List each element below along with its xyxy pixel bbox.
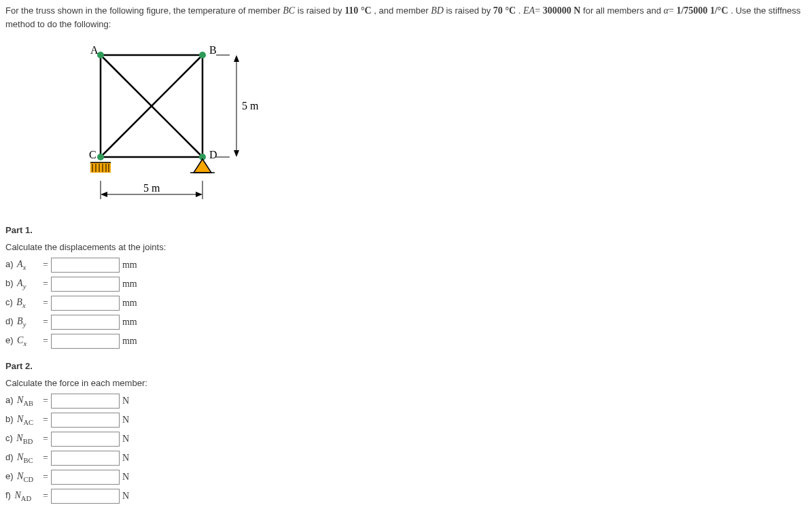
answer-input[interactable] — [51, 258, 120, 273]
dimension-horizontal: 5 m — [101, 181, 202, 199]
svg-point-7 — [199, 52, 206, 58]
answer-label: c) Bx — [5, 297, 43, 309]
answer-label: e) Cx — [5, 335, 43, 347]
answer-unit: mm — [122, 298, 137, 309]
answer-label: d) NBC — [5, 452, 43, 464]
support-d-icon — [190, 159, 215, 173]
answer-unit: N — [122, 472, 129, 483]
answer-input[interactable] — [51, 432, 120, 447]
answer-unit: mm — [122, 317, 137, 328]
answer-label: a) NAB — [5, 395, 43, 407]
member-bd: BD — [431, 5, 444, 16]
part2-title: Part 2. — [5, 361, 807, 371]
answer-input[interactable] — [51, 489, 120, 504]
answer-row: b) Ay=mm — [5, 277, 807, 292]
truss-figure: A B C D 5 m — [84, 41, 807, 211]
svg-text:5 m: 5 m — [143, 182, 160, 194]
answer-row: c) Bx=mm — [5, 296, 807, 311]
part1-instr: Calculate the displacements at the joint… — [5, 242, 807, 252]
member-bc: BC — [283, 5, 295, 16]
answer-input[interactable] — [51, 470, 120, 485]
answer-row: d) NBC=N — [5, 451, 807, 466]
answer-input[interactable] — [51, 296, 120, 311]
svg-text:B: B — [209, 44, 217, 56]
answer-unit: N — [122, 434, 129, 445]
answer-unit: N — [122, 415, 129, 426]
answer-label: c) NBD — [5, 433, 43, 445]
answer-row: e) NCD=N — [5, 470, 807, 485]
answer-row: a) Ax=mm — [5, 258, 807, 273]
answer-label: f) NAD — [5, 490, 43, 502]
answer-row: f) NAD=N — [5, 489, 807, 504]
svg-text:5 m: 5 m — [242, 100, 259, 111]
part1-title: Part 1. — [5, 225, 807, 235]
svg-point-8 — [97, 154, 104, 160]
svg-marker-27 — [234, 55, 239, 62]
svg-marker-34 — [196, 192, 202, 197]
answer-unit: N — [122, 491, 129, 502]
answer-unit: N — [122, 453, 129, 464]
dimension-vertical: 5 m — [216, 55, 259, 157]
answer-input[interactable] — [51, 334, 120, 349]
answer-input[interactable] — [51, 315, 120, 330]
svg-text:C: C — [89, 149, 96, 160]
answer-unit: mm — [122, 279, 137, 290]
answer-input[interactable] — [51, 451, 120, 466]
answer-row: d) By=mm — [5, 315, 807, 330]
svg-marker-28 — [234, 150, 239, 157]
answer-row: e) Cx=mm — [5, 334, 807, 349]
answer-label: e) NCD — [5, 471, 43, 483]
answer-row: c) NBD=N — [5, 432, 807, 447]
answer-row: a) NAB=N — [5, 394, 807, 409]
svg-marker-22 — [194, 159, 211, 173]
part2-instr: Calculate the force in each member: — [5, 378, 807, 388]
answer-label: a) Ax — [5, 259, 43, 271]
answer-unit: mm — [122, 336, 137, 347]
answer-input[interactable] — [51, 413, 120, 428]
answer-unit: mm — [122, 260, 137, 271]
answer-input[interactable] — [51, 394, 120, 409]
answer-unit: N — [122, 396, 129, 406]
intro-text: For the truss shown in the following fig… — [5, 5, 283, 16]
svg-marker-33 — [101, 192, 107, 197]
answer-label: b) Ay — [5, 278, 43, 290]
answer-label: b) NAC — [5, 414, 43, 426]
support-c-icon — [90, 162, 111, 173]
answer-input[interactable] — [51, 277, 120, 292]
answer-label: d) By — [5, 316, 43, 328]
svg-rect-14 — [90, 162, 111, 173]
answer-row: b) NAC=N — [5, 413, 807, 428]
problem-statement: For the truss shown in the following fig… — [5, 3, 807, 31]
svg-text:A: A — [90, 44, 99, 56]
svg-text:D: D — [209, 149, 217, 160]
